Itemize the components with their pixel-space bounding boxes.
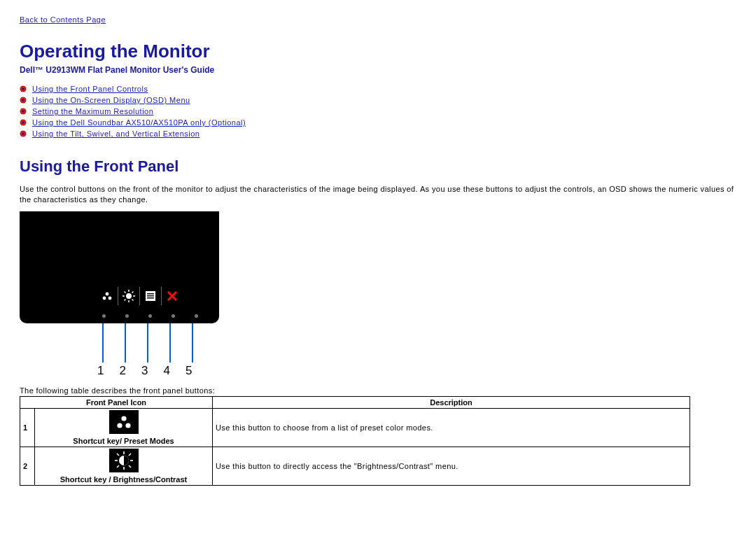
front-panel-table: Front Panel Icon Description 1 Shortcut … [20,396,690,486]
preset-modes-icon [109,410,139,434]
diagram-number: 1 [97,364,104,378]
diagram-number: 3 [141,364,148,378]
brightness-contrast-icon [109,449,139,472]
svg-rect-23 [147,293,154,295]
section-intro-text: Use the control buttons on the front of … [20,184,736,206]
svg-point-7 [22,121,24,123]
svg-line-21 [132,291,134,293]
svg-point-9 [22,132,24,134]
svg-point-30 [125,423,130,428]
table-row: 2 [20,447,690,485]
menu-icon [140,287,162,305]
toc-link[interactable]: Using the Front Panel Controls [32,85,148,93]
svg-point-10 [106,292,109,295]
svg-line-38 [129,454,131,456]
table-row: 1 Shortcut key/ Preset Modes Use this bu… [20,408,690,447]
table-of-contents: Using the Front Panel Controls Using the… [20,85,736,138]
table-header-desc: Description [213,396,690,408]
svg-line-18 [125,291,126,293]
svg-line-36 [129,465,131,468]
toc-link[interactable]: Using the Dell Soundbar AX510/AX510PA on… [32,118,246,127]
toc-link[interactable]: Setting the Maximum Resolution [32,107,153,115]
close-icon [162,287,183,305]
svg-point-12 [108,296,112,300]
svg-line-19 [132,299,134,300]
diagram-number: 4 [163,364,169,378]
svg-line-35 [117,454,119,456]
row-description: Use this button to directly access the "… [213,447,690,485]
brightness-icon [118,287,140,305]
svg-point-29 [117,423,122,428]
svg-rect-25 [147,297,154,299]
preset-modes-icon [97,287,118,305]
page-title: Operating the Monitor [20,41,736,62]
bullet-icon [20,97,27,104]
icon-caption: Shortcut key / Brightness/Contrast [60,475,188,484]
toc-link[interactable]: Using the Tilt, Swivel, and Vertical Ext… [32,129,200,138]
table-caption: The following table describes the front … [20,386,736,395]
section-heading: Using the Front Panel [20,157,736,176]
svg-point-3 [22,99,24,101]
back-to-contents-link[interactable]: Back to Contents Page [20,15,106,24]
svg-point-5 [22,110,24,112]
diagram-number: 5 [186,364,192,378]
row-number: 1 [20,408,35,447]
bullet-icon [20,119,27,126]
svg-point-11 [103,296,106,300]
toc-link[interactable]: Using the On-Screen Display (OSD) Menu [32,96,190,104]
bullet-icon [20,108,27,115]
table-header-icon: Front Panel Icon [20,396,213,408]
row-description: Use this button to choose from a list of… [213,408,690,447]
icon-caption: Shortcut key/ Preset Modes [73,437,174,445]
svg-line-20 [125,299,126,300]
svg-point-28 [121,416,126,421]
row-number: 2 [20,447,35,485]
svg-line-37 [117,465,119,468]
diagram-number: 2 [119,364,125,378]
svg-rect-24 [147,295,154,297]
bullet-icon [20,130,27,137]
front-panel-diagram: 1 2 3 4 5 [20,211,219,378]
svg-point-13 [126,293,132,299]
page-subtitle: Dell™ U2913WM Flat Panel Monitor User's … [20,65,736,75]
svg-point-1 [22,87,24,90]
bullet-icon [20,85,27,92]
